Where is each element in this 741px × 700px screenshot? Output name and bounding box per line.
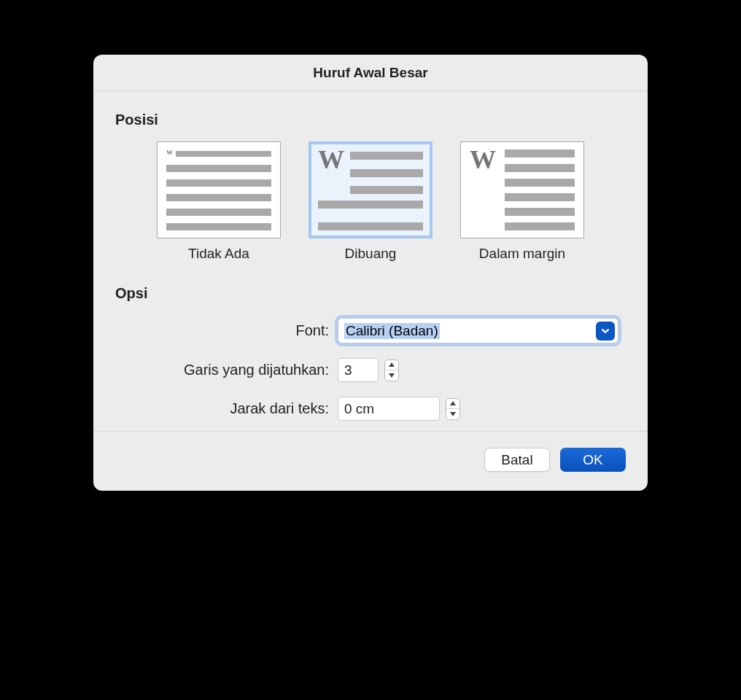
options-section-label: Opsi: [115, 285, 626, 302]
distance-stepper[interactable]: [446, 398, 460, 420]
distance-label: Jarak dari teks:: [115, 400, 338, 417]
stepper-up-icon[interactable]: [385, 360, 398, 371]
dialog-title: Huruf Awal Besar: [93, 55, 648, 91]
distance-row: Jarak dari teks:: [115, 397, 626, 421]
font-combobox[interactable]: Calibri (Badan): [338, 318, 618, 343]
position-option-margin[interactable]: W Dalam margin: [460, 141, 584, 262]
font-value: Calibri (Badan): [344, 323, 440, 339]
w-letter-icon: W: [318, 149, 344, 171]
dialog-content: Posisi W Tidak Ada: [93, 91, 648, 421]
position-section-label: Posisi: [115, 112, 626, 128]
thumb-none: W: [157, 141, 281, 238]
thumb-margin: W: [460, 141, 584, 238]
font-label: Font:: [115, 322, 338, 339]
thumb-dropped: W: [309, 141, 432, 238]
position-label-none: Tidak Ada: [188, 246, 249, 262]
position-option-none[interactable]: W Tidak Ada: [157, 141, 281, 262]
w-letter-icon: W: [166, 149, 173, 156]
lines-input[interactable]: [338, 358, 379, 382]
ok-button[interactable]: OK: [560, 448, 626, 472]
drop-cap-dialog: Huruf Awal Besar Posisi W Tidak Ada: [93, 55, 648, 491]
lines-row: Garis yang dijatuhkan:: [115, 358, 626, 382]
dialog-footer: Batal OK: [93, 431, 648, 491]
stepper-up-icon[interactable]: [446, 399, 459, 410]
font-row: Font: Calibri (Badan): [115, 318, 626, 343]
stepper-down-icon[interactable]: [446, 409, 459, 419]
position-option-dropped[interactable]: W Dibuang: [309, 141, 432, 262]
position-label-margin: Dalam margin: [479, 246, 565, 262]
cancel-button[interactable]: Batal: [484, 448, 550, 472]
stepper-down-icon[interactable]: [385, 370, 398, 381]
position-options: W Tidak Ada W: [115, 141, 626, 262]
position-label-dropped: Dibuang: [345, 246, 397, 262]
lines-stepper[interactable]: [384, 359, 399, 381]
w-letter-icon: W: [470, 149, 496, 171]
options-section: Opsi Font: Calibri (Badan) Garis yang di…: [115, 285, 626, 421]
distance-input[interactable]: [338, 397, 440, 421]
lines-label: Garis yang dijatuhkan:: [115, 362, 338, 378]
chevron-down-icon[interactable]: [596, 322, 615, 341]
